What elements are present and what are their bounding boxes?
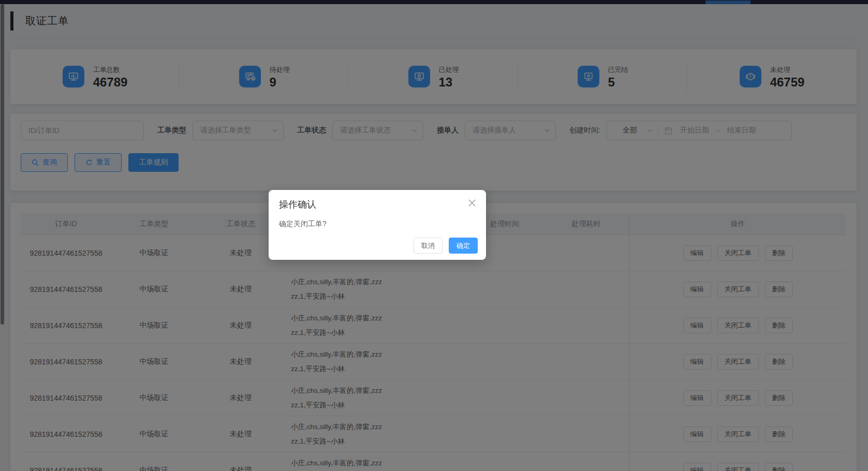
confirm-dialog: 操作确认 确定关闭工单? 取消 确定 [269, 190, 486, 260]
cancel-button[interactable]: 取消 [414, 238, 443, 254]
dialog-footer: 取消 确定 [279, 238, 478, 254]
dialog-title: 操作确认 [279, 198, 478, 211]
confirm-button[interactable]: 确定 [449, 238, 478, 254]
close-icon[interactable] [467, 198, 477, 208]
dialog-message: 确定关闭工单? [279, 219, 478, 229]
